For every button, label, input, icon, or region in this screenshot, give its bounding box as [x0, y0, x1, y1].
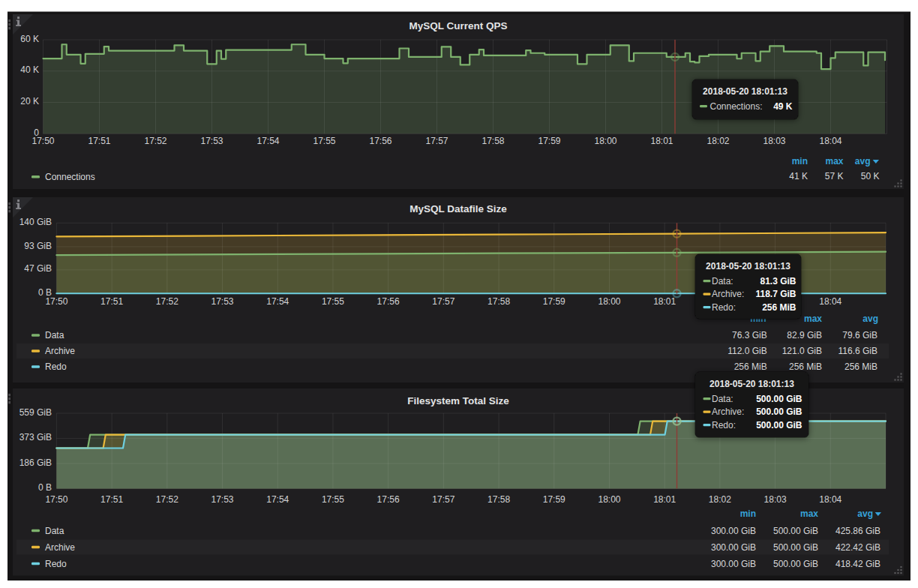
svg-text:Redo:: Redo:	[712, 420, 736, 430]
svg-text:17:51: 17:51	[100, 494, 123, 505]
svg-text:17:59: 17:59	[543, 296, 566, 307]
svg-text:17:50: 17:50	[45, 494, 68, 505]
svg-text:18:01: 18:01	[653, 494, 676, 505]
svg-text:Filesystem Total Size: Filesystem Total Size	[407, 395, 509, 406]
svg-text:17:57: 17:57	[425, 136, 448, 146]
svg-text:18:00: 18:00	[598, 296, 620, 307]
svg-text:500.00 GiB: 500.00 GiB	[756, 394, 802, 404]
svg-text:min: min	[792, 156, 808, 166]
svg-text:max: max	[804, 314, 822, 324]
svg-text:559 GiB: 559 GiB	[20, 407, 52, 418]
svg-text:Redo: Redo	[45, 362, 67, 372]
svg-text:17:52: 17:52	[144, 136, 166, 146]
svg-text:17:58: 17:58	[488, 296, 510, 307]
svg-text:17:54: 17:54	[266, 494, 289, 505]
svg-text:17:56: 17:56	[377, 494, 400, 505]
svg-text:418.42 GiB: 418.42 GiB	[836, 559, 880, 569]
svg-text:20 K: 20 K	[20, 96, 39, 106]
svg-text:41 K: 41 K	[789, 171, 808, 182]
svg-text:256 MiB: 256 MiB	[762, 302, 796, 313]
svg-text:2018-05-20 18:01:13: 2018-05-20 18:01:13	[710, 379, 794, 389]
svg-text:17:54: 17:54	[256, 136, 279, 146]
svg-text:18:00: 18:00	[598, 494, 620, 505]
svg-text:max: max	[825, 156, 843, 166]
svg-text:256 MiB: 256 MiB	[844, 362, 878, 372]
svg-text:17:57: 17:57	[432, 296, 454, 307]
svg-text:17:51: 17:51	[100, 296, 123, 307]
svg-text:82.9 GiB: 82.9 GiB	[787, 330, 822, 340]
svg-text:17:59: 17:59	[543, 494, 566, 505]
svg-text:MySQL Current QPS: MySQL Current QPS	[409, 20, 507, 32]
svg-text:300.00 GiB: 300.00 GiB	[711, 559, 756, 569]
svg-text:17:56: 17:56	[369, 136, 392, 146]
svg-text:0 B: 0 B	[38, 482, 52, 493]
svg-text:300.00 GiB: 300.00 GiB	[711, 542, 756, 553]
svg-text:40 K: 40 K	[20, 64, 39, 75]
svg-text:Data:: Data:	[712, 276, 734, 286]
svg-text:Redo: Redo	[45, 559, 67, 569]
svg-text:17:51: 17:51	[88, 136, 110, 146]
svg-text:17:53: 17:53	[200, 136, 223, 146]
svg-text:avg: avg	[857, 508, 873, 519]
svg-text:18:00: 18:00	[594, 136, 616, 146]
svg-text:Archive:: Archive:	[712, 289, 744, 299]
svg-text:2018-05-20 18:01:13: 2018-05-20 18:01:13	[706, 261, 790, 272]
svg-text:18:04: 18:04	[819, 296, 842, 307]
svg-text:max: max	[800, 508, 818, 519]
svg-text:Data:: Data:	[712, 394, 734, 404]
svg-text:17:53: 17:53	[212, 494, 234, 505]
svg-text:min: min	[740, 508, 756, 519]
svg-text:17:55: 17:55	[313, 136, 335, 146]
svg-text:18:03: 18:03	[763, 136, 785, 146]
svg-text:18:04: 18:04	[819, 494, 842, 505]
svg-text:140 GiB: 140 GiB	[20, 217, 52, 227]
svg-text:MySQL Datafile Size: MySQL Datafile Size	[410, 203, 507, 214]
svg-text:Data: Data	[45, 526, 64, 536]
svg-text:500.00 GiB: 500.00 GiB	[756, 420, 802, 430]
svg-text:79.6 GiB: 79.6 GiB	[842, 330, 878, 340]
svg-text:avg: avg	[862, 314, 878, 324]
svg-text:Archive:: Archive:	[712, 406, 744, 417]
svg-text:76.3 GiB: 76.3 GiB	[732, 330, 767, 340]
svg-text:18:04: 18:04	[819, 136, 842, 146]
svg-text:500.00 GiB: 500.00 GiB	[773, 526, 818, 536]
svg-text:186 GiB: 186 GiB	[20, 458, 52, 468]
svg-text:17:58: 17:58	[482, 136, 504, 146]
svg-text:Connections: Connections	[45, 172, 95, 182]
svg-text:47 GiB: 47 GiB	[24, 263, 52, 274]
svg-text:17:57: 17:57	[432, 494, 454, 505]
svg-text:17:58: 17:58	[488, 494, 510, 505]
svg-text:500.00 GiB: 500.00 GiB	[756, 406, 802, 417]
svg-text:500.00 GiB: 500.00 GiB	[773, 559, 818, 569]
svg-text:17:54: 17:54	[266, 296, 289, 307]
svg-text:256 MiB: 256 MiB	[789, 362, 822, 372]
svg-text:Redo:: Redo:	[712, 302, 736, 313]
svg-text:18:01: 18:01	[650, 136, 673, 146]
svg-text:422.42 GiB: 422.42 GiB	[836, 542, 880, 553]
svg-text:18:02: 18:02	[709, 494, 731, 505]
svg-text:425.86 GiB: 425.86 GiB	[836, 526, 880, 536]
svg-text:17:55: 17:55	[322, 296, 344, 307]
svg-text:Connections:: Connections:	[710, 101, 763, 112]
svg-text:17:50: 17:50	[32, 136, 54, 146]
svg-text:17:53: 17:53	[212, 296, 234, 307]
svg-text:17:59: 17:59	[538, 136, 560, 146]
svg-text:2018-05-20 18:01:13: 2018-05-20 18:01:13	[703, 86, 788, 97]
svg-text:18:01: 18:01	[653, 296, 676, 307]
svg-text:81.3 GiB: 81.3 GiB	[760, 276, 796, 286]
svg-text:49 K: 49 K	[773, 101, 793, 112]
svg-text:50 K: 50 K	[861, 171, 880, 182]
svg-text:avg: avg	[855, 156, 871, 166]
svg-text:57 K: 57 K	[825, 171, 844, 182]
svg-text:17:52: 17:52	[156, 494, 178, 505]
svg-text:60 K: 60 K	[20, 34, 39, 44]
svg-text:Archive: Archive	[45, 542, 75, 553]
svg-text:373 GiB: 373 GiB	[20, 432, 52, 442]
svg-text:Archive: Archive	[45, 346, 75, 356]
svg-text:18:02: 18:02	[706, 136, 729, 146]
svg-text:300.00 GiB: 300.00 GiB	[711, 526, 756, 536]
svg-text:116.6 GiB: 116.6 GiB	[838, 346, 878, 356]
svg-text:17:52: 17:52	[156, 296, 178, 307]
svg-text:Data: Data	[45, 330, 64, 340]
svg-text:256 MiB: 256 MiB	[734, 362, 767, 372]
